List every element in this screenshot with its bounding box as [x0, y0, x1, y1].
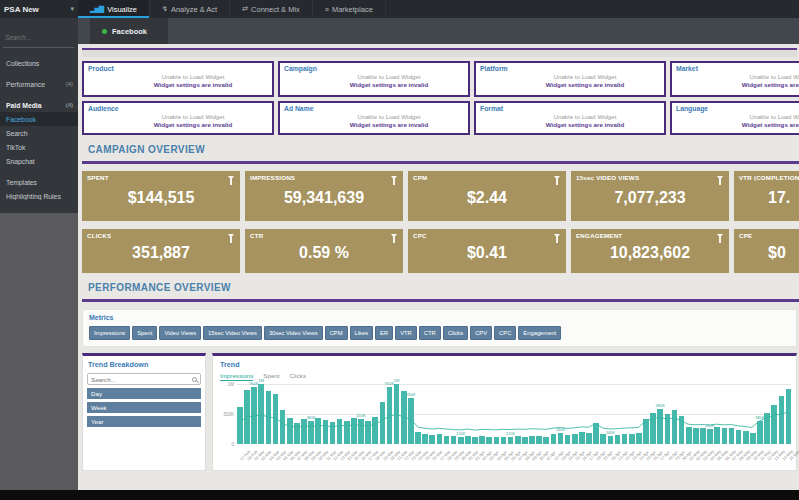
filter-widget-product[interactable]: ProductUnable to Load WidgetWidget setti… — [82, 61, 274, 97]
kpi-card-vtr-completion-[interactable]: VTR (COMPLETION)17. — [734, 171, 799, 221]
breakdown-option-week[interactable]: Week — [87, 402, 201, 413]
kpi-card-impressions[interactable]: IMPRESSIONS59,341,639 — [245, 171, 403, 221]
tab-facebook[interactable]: Facebook — [90, 18, 168, 44]
legend-clicks[interactable]: Clicks — [290, 372, 307, 381]
x-axis-label: 01 May — [686, 446, 692, 468]
metric-button-video-views[interactable]: Video Views — [159, 326, 201, 340]
kpi-card-spent[interactable]: SPENT$144,515 — [82, 171, 240, 221]
sidebar-search[interactable] — [3, 24, 74, 48]
filter-widget-ad-name[interactable]: Ad NameUnable to Load WidgetWidget setti… — [278, 101, 470, 135]
sidebar-item-label: Templates — [6, 179, 73, 186]
widget-error-line2[interactable]: Widget settings are invalid — [128, 121, 258, 128]
x-axis-label: 09 Mar — [308, 446, 314, 468]
kpi-card-cpc[interactable]: CPC$0.41 — [408, 229, 566, 273]
x-axis-label: 02 Mar — [258, 446, 264, 468]
x-axis-label: 20 Mar — [387, 446, 393, 468]
x-axis-label: 25 Mar — [422, 446, 428, 468]
metric-button-engagement[interactable]: Engagement — [518, 326, 561, 340]
widget-error-line2[interactable]: Widget settings are invalid — [324, 121, 454, 128]
metric-button-cpm[interactable]: CPM — [325, 326, 348, 340]
metric-button-15sec-video-views[interactable]: 15sec Video Views — [203, 326, 262, 340]
x-axis-label: 01 Mar — [251, 446, 257, 468]
metric-button-vtr[interactable]: VTR — [395, 326, 417, 340]
filter-funnel-icon[interactable] — [717, 176, 723, 180]
sidebar-item-search[interactable]: Search — [0, 126, 78, 140]
kpi-label: IMPRESSIONS — [250, 174, 295, 181]
kpi-card-cpe[interactable]: CPE$0 — [734, 229, 799, 273]
x-axis-label: 29 Apr — [672, 446, 678, 468]
kpi-card-engagement[interactable]: ENGAGEMENT10,823,602 — [571, 229, 729, 273]
filter-widget-format[interactable]: FormatUnable to Load WidgetWidget settin… — [474, 101, 666, 135]
kpi-card-15sec-video-views[interactable]: 15sec VIDEO VIEWS7,077,233 — [571, 171, 729, 221]
nav-tab-analyze-act[interactable]: ↯Analyze & Act — [150, 0, 230, 18]
filter-funnel-icon[interactable] — [391, 176, 397, 180]
performance-overview-title: PERFORMANCE OVERVIEW — [88, 282, 799, 293]
metric-button-cpc[interactable]: CPC — [494, 326, 516, 340]
x-axis-label: 09 Apr — [529, 446, 535, 468]
legend-spent[interactable]: Spent — [263, 372, 279, 381]
filter-widget-campaign[interactable]: CampaignUnable to Load WidgetWidget sett… — [278, 61, 470, 97]
filter-funnel-icon[interactable] — [228, 176, 234, 180]
metric-button-ctr[interactable]: CTR — [419, 326, 441, 340]
widget-error-line2[interactable]: Widget settings are invalid — [324, 81, 454, 88]
sidebar-item-templates[interactable]: Templates — [0, 175, 78, 189]
metric-button-30sec-video-views[interactable]: 30sec Video Views — [264, 326, 323, 340]
widget-error: Unable to Load WidgetWidget settings are… — [128, 113, 258, 128]
x-axis-label: 30 Mar — [458, 446, 464, 468]
metric-button-spent[interactable]: Spent — [132, 326, 157, 340]
widget-error-line2[interactable]: Widget settings are invalid — [716, 81, 799, 88]
widget-error: Unable to Load WidgetWidget settings are… — [520, 113, 650, 128]
filter-widget-language[interactable]: LanguageUnable to Load WidgetWidget sett… — [670, 101, 799, 135]
breakdown-search[interactable] — [87, 373, 201, 385]
breakdown-search-input[interactable] — [91, 376, 190, 383]
metric-button-clicks[interactable]: Clicks — [443, 326, 468, 340]
x-axis-label: 14 May — [779, 446, 785, 468]
widget-error-line2[interactable]: Widget settings are invalid — [520, 81, 650, 88]
workspace-switcher[interactable]: PSA New ▾ — [0, 0, 78, 18]
sidebar-item-facebook[interactable]: Facebook — [0, 112, 78, 126]
brand-label: PSA New — [4, 5, 70, 14]
x-axis-label: 28 Feb — [244, 446, 250, 468]
filter-funnel-icon[interactable] — [391, 234, 397, 238]
metric-button-likes[interactable]: Likes — [350, 326, 374, 340]
nav-tab-marketplace[interactable]: ≡Marketplace — [313, 0, 386, 18]
widget-error-line2[interactable]: Widget settings are invalid — [128, 81, 258, 88]
kpi-card-ctr[interactable]: CTR0.59 % — [245, 229, 403, 273]
filter-funnel-icon[interactable] — [554, 176, 560, 180]
filter-widget-audience[interactable]: AudienceUnable to Load WidgetWidget sett… — [82, 101, 274, 135]
sidebar-item-snapchat[interactable]: Snapchat — [0, 154, 78, 168]
kpi-label: CLICKS — [87, 232, 111, 239]
status-dot-icon — [102, 29, 107, 34]
x-axis-label: 17 Mar — [365, 446, 371, 468]
metric-button-cpv[interactable]: CPV — [470, 326, 492, 340]
filter-title: Market — [676, 65, 698, 72]
breakdown-option-day[interactable]: Day — [87, 388, 201, 399]
sidebar-item-collections[interactable]: Collections — [0, 56, 78, 70]
filter-funnel-icon[interactable] — [228, 234, 234, 238]
x-axis-label: 10 May — [750, 446, 756, 468]
filter-widget-platform[interactable]: PlatformUnable to Load WidgetWidget sett… — [474, 61, 666, 97]
trend-title: Trend — [220, 360, 796, 369]
filter-funnel-icon[interactable] — [554, 234, 560, 238]
breakdown-option-year[interactable]: Year — [87, 416, 201, 427]
kpi-card-clicks[interactable]: CLICKS351,887 — [82, 229, 240, 273]
collapsed-filter-strip[interactable] — [82, 48, 797, 57]
filter-funnel-icon[interactable] — [717, 234, 723, 238]
kpi-card-cpm[interactable]: CPM$2.44 — [408, 171, 566, 221]
widget-error-line2[interactable]: Widget settings are invalid — [716, 121, 799, 128]
sidebar-item-performance[interactable]: Performance(4) — [0, 77, 78, 91]
sidebar-item-label: Highlighting Rules — [6, 193, 73, 200]
sidebar-item-tiktok[interactable]: TikTok — [0, 140, 78, 154]
sidebar-item-paid-media[interactable]: Paid Media(4) — [0, 98, 78, 112]
metric-button-er[interactable]: ER — [375, 326, 393, 340]
widget-error: Unable to Load WidgetWidget settings are… — [128, 73, 258, 88]
legend-impressions[interactable]: Impressions — [220, 372, 253, 381]
nav-tab-visualize[interactable]: ▂▅▇Visualize — [78, 0, 150, 18]
widget-error-line2[interactable]: Widget settings are invalid — [520, 121, 650, 128]
sidebar-search-input[interactable] — [5, 34, 72, 41]
nav-tab-connect-mix[interactable]: ⇄Connect & Mix — [230, 0, 313, 18]
x-axis-label: 14 Apr — [565, 446, 571, 468]
filter-widget-market[interactable]: MarketUnable to Load WidgetWidget settin… — [670, 61, 799, 97]
metric-button-impressions[interactable]: Impressions — [89, 326, 130, 340]
sidebar-item-highlighting-rules[interactable]: Highlighting Rules — [0, 189, 78, 203]
